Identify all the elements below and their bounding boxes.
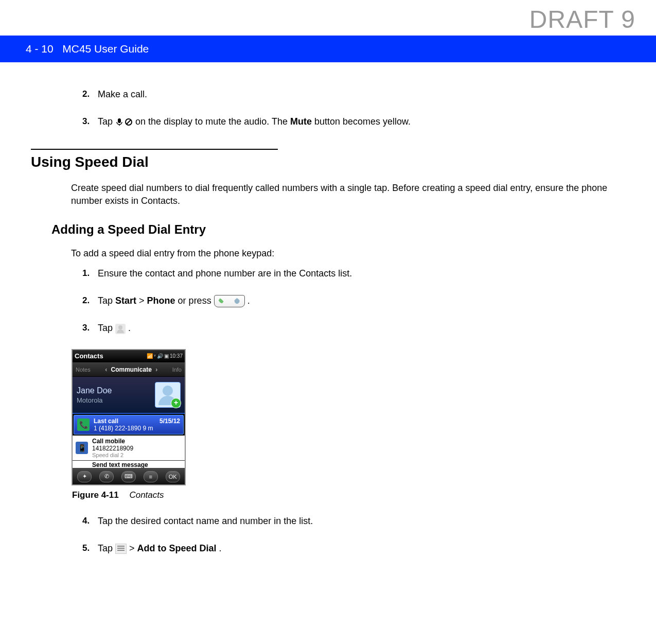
- mute-mic-icon: [115, 118, 133, 126]
- phone-hardkey-icon: [214, 295, 245, 307]
- section-divider: [31, 149, 278, 150]
- phone-label: Phone: [147, 295, 175, 306]
- clock-text: 10:37: [170, 353, 183, 359]
- text-prefix: Tap: [98, 543, 115, 553]
- separator: >: [129, 543, 137, 553]
- substep-3: 3. Tap .: [82, 322, 625, 335]
- tab-right[interactable]: Info: [172, 367, 182, 373]
- figure-caption: Figure 4-11 Contacts: [72, 490, 625, 500]
- svg-rect-0: [118, 118, 121, 123]
- step-2-make-call: 2. Make a call.: [82, 88, 625, 101]
- text-prefix: Tap: [98, 323, 115, 333]
- tab-left[interactable]: Notes: [76, 367, 91, 373]
- step-3-tap-mute: 3. Tap on the display to mute the audio.…: [82, 115, 625, 128]
- start-button-icon[interactable]: ✦: [77, 471, 92, 482]
- text-mid-b: button becomes yellow.: [314, 116, 411, 127]
- step-text: Tap > Add to Speed Dial .: [98, 542, 625, 555]
- text-suffix: .: [128, 323, 131, 333]
- section-heading: Using Speed Dial: [31, 154, 625, 170]
- menu-button-icon[interactable]: ≡: [144, 471, 158, 482]
- contact-name: Jane Doe: [77, 386, 155, 395]
- chevron-right-icon[interactable]: ›: [155, 366, 157, 373]
- contact-header: Jane Doe Motorola +: [73, 377, 185, 414]
- step-text: Make a call.: [98, 88, 625, 101]
- substep-5: 5. Tap > Add to Speed Dial .: [82, 542, 625, 555]
- step-number: 2.: [82, 294, 98, 307]
- text-mid-a: on the display to mute the audio. The: [135, 116, 290, 127]
- text-prefix: Tap: [98, 116, 115, 127]
- svg-line-3: [127, 120, 131, 124]
- row-send-text[interactable]: Send text message: [73, 461, 185, 468]
- last-call-detail: 1 (418) 222-1890 9 m: [94, 425, 180, 432]
- step-text: Tap .: [98, 322, 625, 335]
- chevron-left-icon[interactable]: ‹: [105, 366, 107, 373]
- guide-title: MC45 User Guide: [62, 43, 149, 55]
- step-number: 2.: [82, 88, 98, 100]
- status-icons: 📶 ᵞ 🔊 ▣ 10:37: [147, 353, 183, 359]
- contact-company: Motorola: [77, 396, 155, 404]
- substep-4: 4. Tap the desired contact name and numb…: [82, 515, 625, 528]
- step-text: Tap the desired contact name and number …: [98, 515, 625, 528]
- speed-dial-label: Speed dial 2: [92, 452, 182, 458]
- step-number: 4.: [82, 515, 98, 527]
- subsection-description: To add a speed dial entry from the phone…: [71, 248, 625, 259]
- speaker-icon: 🔊: [157, 353, 163, 359]
- substep-2: 2. Tap Start > Phone or press .: [82, 294, 625, 307]
- last-call-label: Last call: [94, 417, 118, 425]
- tab-center[interactable]: Communicate: [111, 366, 152, 373]
- mute-label-bold: Mute: [290, 116, 312, 127]
- step-number: 3.: [82, 322, 98, 334]
- mobile-number: 141822218909: [92, 445, 182, 452]
- text-suffix: .: [219, 543, 222, 553]
- section-description: Create speed dial numbers to dial freque…: [71, 182, 625, 207]
- step-number: 3.: [82, 115, 98, 128]
- device-titlebar: Contacts 📶 ᵞ 🔊 ▣ 10:37: [73, 350, 185, 362]
- add-to-speed-dial-label: Add to Speed Dial: [137, 543, 217, 553]
- phone-call-icon: 📞: [77, 419, 90, 431]
- text-mid: or press: [178, 295, 214, 306]
- ok-button[interactable]: OK: [166, 471, 180, 482]
- draft-watermark: DRAFT 9: [0, 0, 656, 33]
- call-mobile-label: Call mobile: [92, 438, 125, 445]
- antenna-icon: ᵞ: [154, 353, 156, 359]
- separator: >: [139, 295, 147, 306]
- contact-icon: [115, 324, 126, 334]
- add-photo-icon[interactable]: +: [171, 398, 181, 408]
- figure-number: Figure 4-11: [72, 490, 119, 500]
- step-text: Tap Start > Phone or press .: [98, 294, 625, 307]
- page-header: 4 - 10 MC45 User Guide: [0, 36, 656, 62]
- step-number: 5.: [82, 542, 98, 554]
- figure-title: Contacts: [129, 490, 164, 500]
- row-call-mobile[interactable]: 📱 Call mobile 141822218909 Speed dial 2: [73, 436, 185, 461]
- substep-1: 1. Ensure the contact and phone number a…: [82, 267, 625, 280]
- row-last-call[interactable]: 📞 Last call 5/15/12 1 (418) 222-1890 9 m: [74, 415, 184, 434]
- text-suffix: .: [247, 295, 250, 306]
- start-label: Start: [115, 295, 136, 306]
- device-screenshot: Contacts 📶 ᵞ 🔊 ▣ 10:37 Notes ‹ Communica…: [72, 350, 185, 485]
- step-text: Ensure the contact and phone number are …: [98, 267, 625, 280]
- phone-button-icon[interactable]: ✆: [99, 471, 114, 482]
- device-tabs: Notes ‹ Communicate › Info: [73, 362, 185, 377]
- step-text: Tap on the display to mute the audio. Th…: [98, 115, 625, 128]
- app-title: Contacts: [75, 352, 147, 360]
- battery-icon: ▣: [164, 353, 169, 359]
- last-call-date: 5/15/12: [159, 417, 180, 425]
- text-prefix: Tap: [98, 295, 115, 306]
- mobile-phone-icon: 📱: [76, 442, 88, 454]
- keyboard-button-icon[interactable]: ⌨: [121, 471, 136, 482]
- menu-icon: [115, 544, 127, 554]
- contact-avatar[interactable]: +: [155, 382, 181, 408]
- device-bottombar: ✦ ✆ ⌨ ≡ OK: [73, 468, 185, 484]
- subsection-heading: Adding a Speed Dial Entry: [51, 222, 625, 237]
- signal-icon: 📶: [147, 353, 153, 359]
- page-number: 4 - 10: [26, 43, 54, 55]
- step-number: 1.: [82, 267, 98, 280]
